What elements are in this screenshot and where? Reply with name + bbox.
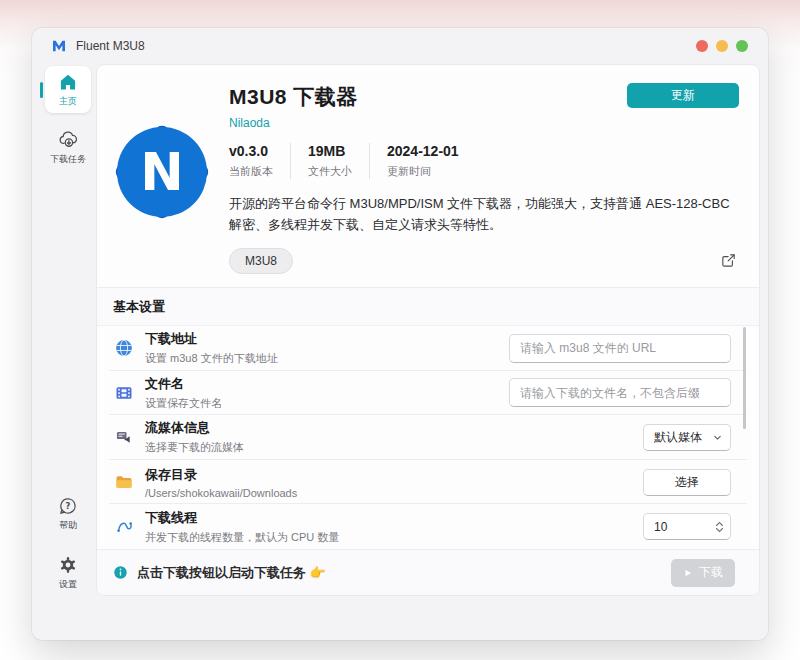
setting-subtitle: 选择要下载的流媒体 bbox=[145, 440, 244, 455]
stepper-arrows-icon[interactable] bbox=[715, 521, 724, 533]
sidebar-bottom: ? 帮助 设置 bbox=[37, 490, 91, 596]
setting-row-save-directory: 保存目录 /Users/shokokawaii/Downloads 选择 bbox=[97, 460, 759, 505]
settings-list: 下载地址 设置 m3u8 文件的下载地址 bbox=[97, 326, 759, 549]
setting-row-download-url: 下载地址 设置 m3u8 文件的下载地址 bbox=[97, 326, 759, 371]
film-icon bbox=[113, 383, 135, 403]
chevron-down-icon bbox=[712, 432, 723, 443]
titlebar: Fluent M3U8 bbox=[32, 28, 768, 64]
minimize-window-button[interactable] bbox=[716, 40, 728, 52]
sidebar: 主页 下载任务 ? bbox=[32, 64, 96, 640]
main-panel: N M3U8 下载器 更新 Nilaoda v0.3.0 当前版本 bbox=[96, 64, 760, 596]
sidebar-item-label: 帮助 bbox=[59, 519, 77, 532]
media-select-value: 默认媒体 bbox=[654, 429, 702, 446]
sidebar-item-help[interactable]: ? 帮助 bbox=[45, 490, 91, 537]
cloud-download-icon bbox=[58, 129, 79, 150]
setting-title: 下载线程 bbox=[145, 509, 339, 527]
window-title: Fluent M3U8 bbox=[76, 39, 145, 53]
thread-count-stepper[interactable]: 10 bbox=[643, 513, 731, 540]
sidebar-item-settings[interactable]: 设置 bbox=[45, 549, 91, 596]
sidebar-item-download-tasks[interactable]: 下载任务 bbox=[45, 123, 91, 171]
app-icon: N bbox=[117, 127, 207, 217]
setting-row-stream-media: 流媒体信息 选择要下载的流媒体 默认媒体 bbox=[97, 415, 759, 460]
sidebar-item-label: 主页 bbox=[59, 95, 77, 108]
stat-value: 19MB bbox=[308, 143, 352, 159]
app-body: 主页 下载任务 ? bbox=[32, 64, 768, 640]
setting-title: 下载地址 bbox=[145, 330, 278, 348]
stat-version: v0.3.0 当前版本 bbox=[229, 143, 290, 179]
download-button[interactable]: 下载 bbox=[671, 559, 735, 587]
download-button-label: 下载 bbox=[699, 564, 723, 581]
info-icon bbox=[113, 565, 128, 580]
scrollbar-thumb[interactable] bbox=[743, 327, 746, 429]
close-window-button[interactable] bbox=[696, 40, 708, 52]
stream-media-icon bbox=[113, 428, 135, 447]
media-select[interactable]: 默认媒体 bbox=[643, 424, 731, 451]
setting-subtitle: /Users/shokokawaii/Downloads bbox=[145, 487, 297, 499]
choose-directory-button[interactable]: 选择 bbox=[643, 469, 731, 496]
thread-count-value: 10 bbox=[654, 520, 667, 534]
stat-value: v0.3.0 bbox=[229, 143, 273, 159]
sidebar-item-label: 设置 bbox=[59, 578, 77, 591]
download-action-bar: 点击下载按钮以启动下载任务 👉 下载 bbox=[97, 549, 759, 595]
setting-subtitle: 并发下载的线程数量，默认为 CPU 数量 bbox=[145, 530, 339, 545]
stat-value: 2024-12-01 bbox=[387, 143, 459, 159]
section-title-basic-settings: 基本设置 bbox=[97, 288, 759, 326]
maximize-window-button[interactable] bbox=[736, 40, 748, 52]
globe-icon bbox=[113, 338, 135, 358]
download-url-input[interactable] bbox=[509, 334, 731, 363]
sidebar-item-home[interactable]: 主页 bbox=[45, 66, 91, 113]
play-icon bbox=[683, 568, 693, 578]
app-info-card: N M3U8 下载器 更新 Nilaoda v0.3.0 当前版本 bbox=[97, 65, 759, 288]
gear-icon bbox=[58, 555, 78, 575]
app-stats: v0.3.0 当前版本 19MB 文件大小 2024-12-01 更新时间 bbox=[229, 143, 739, 179]
app-description: 开源的跨平台命令行 M3U8/MPD/ISM 文件下载器，功能强大，支持普通 A… bbox=[229, 193, 739, 236]
setting-row-threads: 下载线程 并发下载的线程数量，默认为 CPU 数量 10 bbox=[97, 504, 759, 549]
stat-label: 当前版本 bbox=[229, 164, 273, 179]
stat-label: 文件大小 bbox=[308, 164, 352, 179]
help-icon: ? bbox=[58, 496, 78, 516]
app-window: Fluent M3U8 主页 bbox=[32, 28, 768, 640]
threads-icon bbox=[113, 517, 135, 536]
tag-m3u8[interactable]: M3U8 bbox=[229, 248, 293, 274]
setting-title: 流媒体信息 bbox=[145, 419, 244, 437]
setting-title: 文件名 bbox=[145, 375, 222, 393]
filename-input[interactable] bbox=[509, 378, 731, 407]
setting-subtitle: 设置 m3u8 文件的下载地址 bbox=[145, 351, 278, 366]
folder-icon bbox=[113, 472, 135, 492]
app-logo-icon bbox=[51, 38, 67, 54]
stat-updated: 2024-12-01 更新时间 bbox=[369, 143, 476, 179]
share-icon[interactable] bbox=[718, 250, 739, 271]
home-icon bbox=[58, 72, 78, 92]
page-title: M3U8 下载器 bbox=[229, 83, 358, 111]
update-button[interactable]: 更新 bbox=[627, 83, 739, 108]
app-icon-circle: N bbox=[117, 127, 207, 217]
stat-label: 更新时间 bbox=[387, 164, 459, 179]
svg-text:?: ? bbox=[66, 501, 71, 511]
sidebar-item-label: 下载任务 bbox=[50, 153, 86, 166]
setting-row-filename: 文件名 设置保存文件名 bbox=[97, 371, 759, 416]
setting-subtitle: 设置保存文件名 bbox=[145, 396, 222, 411]
author-link[interactable]: Nilaoda bbox=[229, 116, 270, 130]
download-hint-text: 点击下载按钮以启动下载任务 👉 bbox=[137, 564, 326, 582]
setting-title: 保存目录 bbox=[145, 466, 297, 484]
app-icon-letter: N bbox=[140, 146, 184, 198]
stat-filesize: 19MB 文件大小 bbox=[290, 143, 369, 179]
window-controls bbox=[696, 40, 748, 52]
